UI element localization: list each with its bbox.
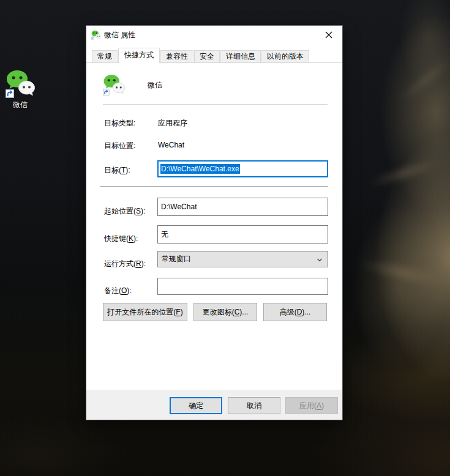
wechat-shortcut-icon-large	[103, 73, 125, 97]
tab-shortcut[interactable]: 快捷方式	[118, 48, 160, 63]
run-mode-value: 常规窗口	[162, 254, 191, 264]
shortcut-app-name: 微信	[148, 80, 162, 91]
comment-input[interactable]	[157, 278, 328, 295]
tab-details[interactable]: 详细信息	[220, 50, 261, 63]
target-type-label: 目标类型:	[104, 118, 135, 128]
close-icon	[325, 31, 332, 39]
tab-strip: 常规 快捷方式 兼容性 安全 详细信息 以前的版本	[92, 48, 310, 63]
tab-general[interactable]: 常规	[92, 50, 118, 63]
target-label: 目标(T):	[104, 165, 130, 176]
wechat-shortcut-icon-small	[91, 30, 101, 42]
open-file-location-button[interactable]: 打开文件所在的位置(F)	[103, 303, 187, 321]
chevron-down-icon	[316, 256, 323, 266]
tab-compatibility[interactable]: 兼容性	[160, 50, 193, 63]
apply-button[interactable]: 应用(A)	[285, 397, 338, 414]
run-mode-label: 运行方式(R):	[104, 259, 146, 269]
target-location-value: WeChat	[158, 141, 184, 149]
change-icon-button[interactable]: 更改图标(C)...	[193, 303, 257, 321]
advanced-button[interactable]: 高级(D)...	[263, 303, 327, 321]
ok-button[interactable]: 确定	[170, 397, 222, 414]
start-in-input[interactable]: D:\WeChat	[157, 198, 328, 216]
selected-text: D:\WeChat\WeChat.exe	[160, 164, 240, 174]
separator	[100, 186, 328, 187]
separator	[103, 104, 328, 105]
properties-dialog: 微信 属性 常规 快捷方式 兼容性 安全 详细信息 以前的版本 微信 目标类型:…	[86, 26, 342, 420]
target-type-value: 应用程序	[158, 118, 187, 128]
tab-security[interactable]: 安全	[194, 50, 220, 63]
dialog-footer: 确定 取消 应用(A)	[86, 390, 342, 420]
close-button[interactable]	[315, 26, 342, 44]
shortcut-key-label: 快捷键(K):	[104, 234, 138, 244]
target-location-label: 目标位置:	[104, 141, 135, 151]
comment-label: 备注(O):	[104, 286, 132, 296]
title-bar[interactable]: 微信 属性	[86, 26, 342, 44]
start-in-label: 起始位置(S):	[104, 206, 145, 217]
wechat-shortcut-icon	[2, 69, 38, 98]
shortcut-key-input[interactable]: 无	[157, 225, 328, 244]
desktop-icon-label: 微信	[2, 100, 38, 110]
tab-previous-versions[interactable]: 以前的版本	[261, 50, 309, 63]
target-input[interactable]: D:\WeChat\WeChat.exe	[157, 160, 328, 177]
desktop-icon-wechat[interactable]: 微信	[2, 69, 38, 110]
window-title: 微信 属性	[104, 26, 135, 44]
cancel-button[interactable]: 取消	[228, 397, 280, 414]
run-mode-select[interactable]: 常规窗口	[157, 251, 328, 267]
